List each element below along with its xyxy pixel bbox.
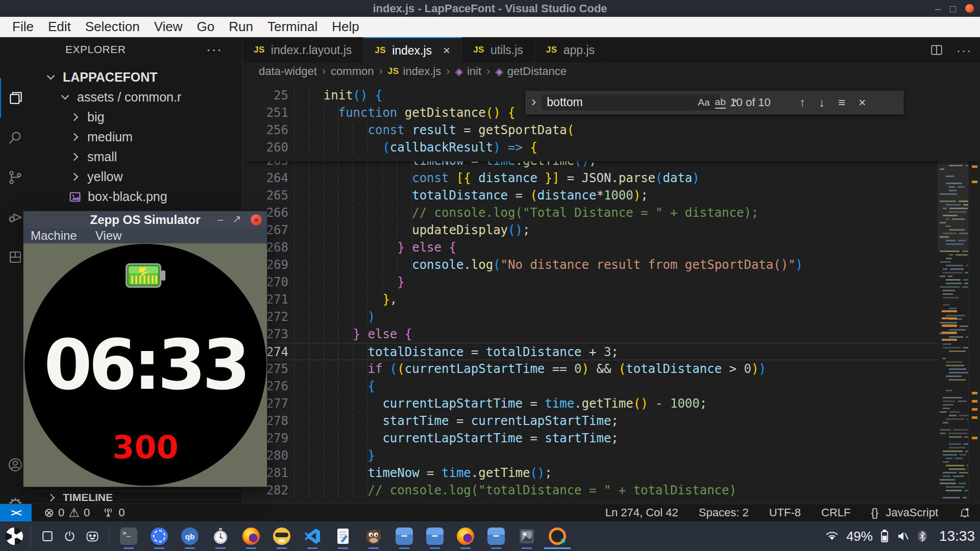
code-line-265[interactable]: 265 totalDistance = (distance*1000); [242, 187, 980, 204]
file-manager-app-icon[interactable] [424, 523, 446, 549]
code-line-273[interactable]: 273 } else { [242, 325, 980, 343]
power-icon[interactable] [59, 523, 81, 549]
explorer-icon[interactable] [0, 78, 31, 118]
code-line-276[interactable]: 276 { [242, 378, 980, 395]
editor-more-actions-icon[interactable]: ··· [957, 43, 972, 58]
qbittorrent-app-icon[interactable]: qb [179, 523, 201, 549]
code-line-260[interactable]: 260 (callbackResult) => { [242, 139, 980, 156]
ports-status[interactable]: 0 [102, 506, 125, 519]
tree-item-small[interactable]: small [31, 147, 242, 167]
encoding[interactable]: UTF-8 [769, 506, 801, 519]
code-line-264[interactable]: 264 const [{ distance }] = JSON.parse(da… [242, 169, 980, 187]
find-collapse-chevron-icon[interactable]: › [526, 93, 541, 112]
find-input[interactable] [542, 95, 698, 109]
menu-view[interactable]: View [147, 19, 190, 35]
menu-help[interactable]: Help [325, 19, 366, 35]
image-viewer-app-icon[interactable] [516, 523, 538, 549]
code-editor[interactable]: 263 timeNow = time.getTime();264 const [… [242, 80, 980, 504]
source-control-icon[interactable] [0, 158, 31, 197]
code-line-271[interactable]: 271 }, [242, 291, 980, 308]
volume-muted-icon[interactable] [896, 530, 910, 542]
find-previous-icon[interactable]: ↑ [799, 95, 805, 110]
zepp-menu-view[interactable]: View [95, 229, 122, 243]
wifi-icon[interactable] [825, 530, 839, 542]
file-manager-app-icon[interactable] [485, 523, 507, 549]
code-line-266[interactable]: 266 // console.log("Total Distance = " +… [242, 204, 980, 221]
breadcrumb-getdistance[interactable]: getDistance [507, 65, 567, 78]
timeline-section[interactable]: TIMELINE [31, 491, 242, 504]
breadcrumb-init[interactable]: init [467, 65, 481, 78]
file-manager-app-icon[interactable] [393, 523, 415, 549]
eol-sequence[interactable]: CRLF [821, 506, 850, 519]
code-line-275[interactable]: 275 if ((currentLapStartTime == 0) && (t… [242, 360, 980, 378]
text-editor-app-icon[interactable] [332, 523, 354, 549]
minimize-button[interactable]: – [935, 4, 941, 14]
code-line-256[interactable]: 256 const result = getSportData( [242, 121, 980, 139]
code-line-269[interactable]: 269 console.log("No distance result from… [242, 256, 980, 273]
breadcrumb-index-js[interactable]: index.js [403, 65, 442, 78]
battery-percentage[interactable]: 49% [846, 529, 873, 544]
code-line-272[interactable]: 272 ) [242, 308, 980, 325]
applications-menu-icon[interactable] [3, 523, 26, 549]
find-in-selection-icon[interactable]: ≡ [838, 95, 845, 110]
menu-selection[interactable]: Selection [78, 19, 147, 35]
tree-item-big[interactable]: big [31, 107, 242, 127]
indentation[interactable]: Spaces: 2 [699, 506, 749, 519]
tree-item-lappacefont[interactable]: LAPPACEFONT [31, 67, 242, 87]
split-editor-icon[interactable] [930, 43, 943, 57]
menu-terminal[interactable]: Terminal [260, 19, 325, 35]
find-next-icon[interactable]: ↓ [819, 95, 825, 110]
menu-go[interactable]: Go [190, 19, 222, 35]
find-close-icon[interactable]: × [859, 95, 866, 110]
match-case-icon[interactable]: Aa [698, 97, 709, 108]
code-line-282[interactable]: 282 // console.log("totalDistance = " + … [242, 482, 980, 499]
tiger-face-app-icon[interactable] [271, 523, 293, 549]
gimp-app-icon[interactable] [362, 523, 385, 549]
breadcrumb-common[interactable]: common [331, 65, 374, 78]
code-line-268[interactable]: 268 } else { [242, 239, 980, 256]
zepp-titlebar[interactable]: Zepp OS Simulator – × [23, 211, 267, 228]
tree-item-box-black-png[interactable]: box-black.png [31, 187, 242, 207]
stopwatch-app-icon[interactable] [209, 523, 232, 549]
bluetooth-icon[interactable] [917, 530, 928, 543]
code-line-280[interactable]: 280 } [242, 447, 980, 464]
tab-close-icon[interactable]: × [443, 43, 450, 58]
code-line-279[interactable]: 279 currentLapStartTime = startTime; [242, 430, 980, 447]
watch-face[interactable]: 06:33 300 [24, 244, 266, 486]
problems-status[interactable]: ⊗ 0 ⚠ 0 [44, 506, 90, 520]
show-desktop-icon[interactable] [36, 523, 59, 549]
close-button[interactable] [965, 4, 974, 13]
window-titlebar[interactable]: index.js - LapPaceFont - Visual Studio C… [0, 0, 980, 17]
tab-index-js[interactable]: JS index.js × [363, 37, 462, 63]
code-line-277[interactable]: 277 currentLapStartTime = time.getTime()… [242, 395, 980, 412]
taskbar-clock[interactable]: 13:33 [939, 528, 975, 544]
menu-file[interactable]: File [5, 19, 41, 35]
remote-indicator[interactable]: >< [0, 504, 32, 522]
zepp-menu-machine[interactable]: Machine [31, 229, 77, 243]
tree-item-medium[interactable]: medium [31, 127, 242, 147]
signal-app-icon[interactable] [148, 523, 170, 549]
tab-utils-js[interactable]: JS utils.js [462, 37, 535, 63]
breadcrumb-data-widget[interactable]: data-widget [259, 65, 317, 78]
code-line-267[interactable]: 267 updateDisplay(); [242, 221, 980, 239]
tab-index-r-layout-js[interactable]: JS index.r.layout.js [242, 37, 363, 63]
vscode-app-icon[interactable] [301, 523, 324, 549]
zepp-minimize-button[interactable]: – [217, 214, 223, 226]
search-icon[interactable] [0, 118, 31, 158]
tab-app-js[interactable]: JS app.js [535, 37, 606, 63]
zepp-restore-button[interactable] [233, 214, 240, 226]
views-more-actions-icon[interactable]: ··· [206, 42, 223, 58]
zepp-close-button[interactable]: × [251, 214, 262, 226]
code-line-274[interactable]: 274 totalDistance = totalDistance + 3; [242, 343, 980, 360]
cursor-position[interactable]: Ln 274, Col 42 [605, 506, 678, 519]
language-mode[interactable]: {} JavaScript [871, 506, 938, 519]
code-line-281[interactable]: 281 timeNow = time.getTime(); [242, 464, 980, 482]
battery-icon[interactable] [880, 529, 889, 543]
menu-run[interactable]: Run [222, 19, 260, 35]
code-line-270[interactable]: 270 } [242, 273, 980, 291]
code-line-278[interactable]: 278 startTime = currentLapStartTime; [242, 412, 980, 430]
firefox-app-icon[interactable] [454, 523, 477, 549]
notifications-bell-icon[interactable] [959, 507, 971, 519]
terminal-app-icon[interactable]: >_ [117, 523, 140, 549]
tree-item-assets-common[interactable]: assets / common.r [31, 87, 242, 107]
